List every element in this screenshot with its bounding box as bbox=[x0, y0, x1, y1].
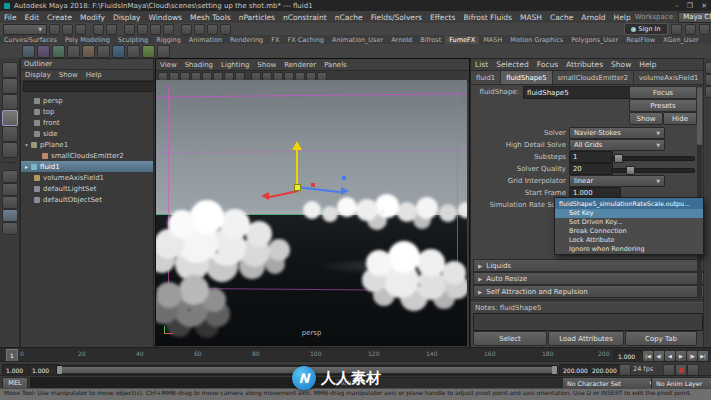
slider-handle[interactable] bbox=[626, 166, 635, 175]
move-tool-icon[interactable] bbox=[2, 110, 18, 126]
outliner-item[interactable]: defaultLightSet bbox=[21, 183, 153, 194]
outliner-item[interactable]: persp bbox=[21, 95, 153, 106]
viewport-menu-show[interactable]: Show bbox=[253, 61, 280, 69]
channel-box-tab-icon[interactable] bbox=[705, 86, 711, 98]
expand-icon[interactable]: ▾ bbox=[25, 141, 28, 148]
lasso-tool-icon[interactable] bbox=[2, 78, 18, 94]
menu-file[interactable]: File bbox=[0, 13, 21, 22]
section-liquids[interactable]: ▶Liquids bbox=[473, 259, 705, 272]
shelf-item-icon[interactable] bbox=[82, 45, 95, 58]
menu-mash[interactable]: MASH bbox=[516, 13, 546, 22]
notes-textarea[interactable] bbox=[473, 313, 703, 331]
context-menu-ignore-when-rendering[interactable]: Ignore when Rendering bbox=[555, 245, 703, 254]
outliner-menu-display[interactable]: Display bbox=[21, 71, 55, 79]
shelf-item-icon[interactable] bbox=[127, 45, 140, 58]
ae-menu-attributes[interactable]: Attributes bbox=[562, 60, 607, 69]
layout-single-pane-icon[interactable] bbox=[2, 170, 18, 183]
show-button[interactable]: Show bbox=[629, 112, 663, 125]
section-self-attraction[interactable]: ▶Self Attraction and Repulsion bbox=[473, 285, 705, 298]
menu-display[interactable]: Display bbox=[109, 13, 145, 22]
context-menu-break-connection[interactable]: Break Connection bbox=[555, 227, 703, 236]
shelf-tab[interactable]: Curves/Surfaces bbox=[0, 36, 61, 44]
menu-nparticles[interactable]: nParticles bbox=[235, 13, 279, 22]
solver-quality-slider[interactable] bbox=[611, 168, 695, 173]
sign-in-button[interactable]: Sign In bbox=[624, 23, 668, 35]
ae-menu-focus[interactable]: Focus bbox=[533, 60, 562, 69]
time-slider[interactable]: 1 0 20 40 60 80 100 120 140 160 180 200 … bbox=[0, 347, 711, 362]
outliner-item-selected[interactable]: ▸ fluid1 bbox=[21, 161, 153, 172]
fps-label[interactable]: 24 fps bbox=[633, 365, 653, 373]
outliner-search-input[interactable] bbox=[23, 81, 157, 92]
grid-interpolator-dropdown[interactable]: linear▼ bbox=[569, 175, 665, 187]
shelf-item-icon[interactable] bbox=[67, 45, 80, 58]
move-manipulator-z-axis[interactable] bbox=[297, 186, 341, 193]
panel-toggle-icon[interactable] bbox=[699, 24, 710, 35]
workspace-selector[interactable]: Maya Classic*▼ bbox=[678, 12, 711, 23]
shelf-tab-active[interactable]: FumeFX bbox=[445, 36, 479, 44]
scale-tool-icon[interactable] bbox=[2, 142, 18, 158]
shelf-tab[interactable]: Rendering bbox=[226, 36, 267, 44]
layout-four-pane-icon[interactable] bbox=[2, 183, 18, 196]
outliner-item[interactable]: smallCloudsEmitter2 bbox=[21, 150, 153, 161]
snap-to-grids-icon[interactable] bbox=[124, 24, 135, 35]
shelf-tab[interactable]: Motion Graphics bbox=[506, 36, 567, 44]
construction-history-icon[interactable] bbox=[181, 24, 192, 35]
new-scene-icon[interactable] bbox=[49, 24, 60, 35]
outliner-menu-help[interactable]: Help bbox=[82, 71, 106, 79]
move-manipulator-x-axis[interactable] bbox=[268, 190, 298, 198]
layout-persp-outliner-icon[interactable] bbox=[2, 196, 18, 209]
context-menu-set-driven-key[interactable]: Set Driven Key... bbox=[555, 218, 703, 227]
layout-hypershade-icon[interactable] bbox=[2, 222, 18, 235]
substeps-slider[interactable] bbox=[611, 156, 695, 161]
outliner-item[interactable]: front bbox=[21, 117, 153, 128]
viewport-menu-shading[interactable]: Shading bbox=[181, 61, 217, 69]
maximize-button[interactable]: ❐ bbox=[687, 2, 693, 10]
section-auto-resize[interactable]: ▶Auto Resize bbox=[473, 272, 705, 285]
shelf-tab[interactable]: RealFlow bbox=[622, 36, 659, 44]
load-attributes-button[interactable]: Load Attributes bbox=[548, 331, 624, 346]
context-menu-lock-attribute[interactable]: Lock Attribute bbox=[555, 236, 703, 245]
menu-mesh-tools[interactable]: Mesh Tools bbox=[186, 13, 235, 22]
outliner-menu-show[interactable]: Show bbox=[55, 71, 82, 79]
shelf-tab[interactable]: Bifrost bbox=[416, 36, 445, 44]
menu-fields-solvers[interactable]: Fields/Solvers bbox=[367, 13, 426, 22]
viewport-3d-scene[interactable]: persp bbox=[156, 80, 467, 346]
ae-tab-fluid1[interactable]: fluid1 bbox=[471, 71, 501, 84]
ae-scrollbar[interactable] bbox=[697, 85, 702, 297]
undo-icon[interactable] bbox=[93, 24, 104, 35]
hide-button[interactable]: Hide bbox=[663, 112, 697, 125]
shelf-tab[interactable]: Sculpting bbox=[114, 36, 152, 44]
solver-dropdown[interactable]: Navier-Stokes▼ bbox=[569, 127, 665, 139]
context-menu-set-key[interactable]: Set Key bbox=[555, 209, 703, 218]
focus-button[interactable]: Focus bbox=[629, 86, 697, 99]
snap-to-planes-icon[interactable] bbox=[163, 24, 174, 35]
viewport-menu-renderer[interactable]: Renderer bbox=[280, 61, 320, 69]
shelf-tab[interactable]: FX bbox=[267, 36, 283, 44]
move-manipulator-y-arrow-icon[interactable] bbox=[292, 141, 302, 150]
attribute-editor-tab-icon[interactable] bbox=[705, 62, 711, 74]
outliner-item[interactable]: volumeAxisField1 bbox=[21, 172, 153, 183]
menu-cache[interactable]: Cache bbox=[546, 13, 577, 22]
shelf-item-icon[interactable] bbox=[157, 45, 170, 58]
menu-effects[interactable]: Effects bbox=[426, 13, 460, 22]
paint-select-tool-icon[interactable] bbox=[2, 94, 18, 110]
move-manipulator-z-arrow-icon[interactable] bbox=[341, 187, 349, 195]
menu-ncache[interactable]: nCache bbox=[331, 13, 367, 22]
ae-tab-smallcloudsemitter2[interactable]: smallCloudsEmitter2 bbox=[553, 71, 635, 84]
shelf-tab[interactable]: Arnold bbox=[387, 36, 416, 44]
outliner-item[interactable]: side bbox=[21, 128, 153, 139]
menu-edit[interactable]: Edit bbox=[21, 13, 44, 22]
expand-icon[interactable]: ▸ bbox=[25, 163, 28, 170]
tool-settings-tab-icon[interactable] bbox=[705, 74, 711, 86]
menu-modify[interactable]: Modify bbox=[76, 13, 109, 22]
shelf-item-icon[interactable] bbox=[97, 45, 110, 58]
menu-bifrost-fluids[interactable]: Bifrost Fluids bbox=[459, 13, 516, 22]
redo-icon[interactable] bbox=[106, 24, 117, 35]
menu-arnold[interactable]: Arnold bbox=[577, 13, 609, 22]
save-scene-icon[interactable] bbox=[75, 24, 86, 35]
ae-tab-volumeaxisfield1[interactable]: volumeAxisField1 bbox=[634, 71, 703, 84]
select-button[interactable]: Select bbox=[473, 331, 547, 346]
menu-create[interactable]: Create bbox=[43, 13, 76, 22]
shelf-item-icon[interactable] bbox=[112, 45, 125, 58]
shelf-item-icon[interactable] bbox=[142, 45, 155, 58]
